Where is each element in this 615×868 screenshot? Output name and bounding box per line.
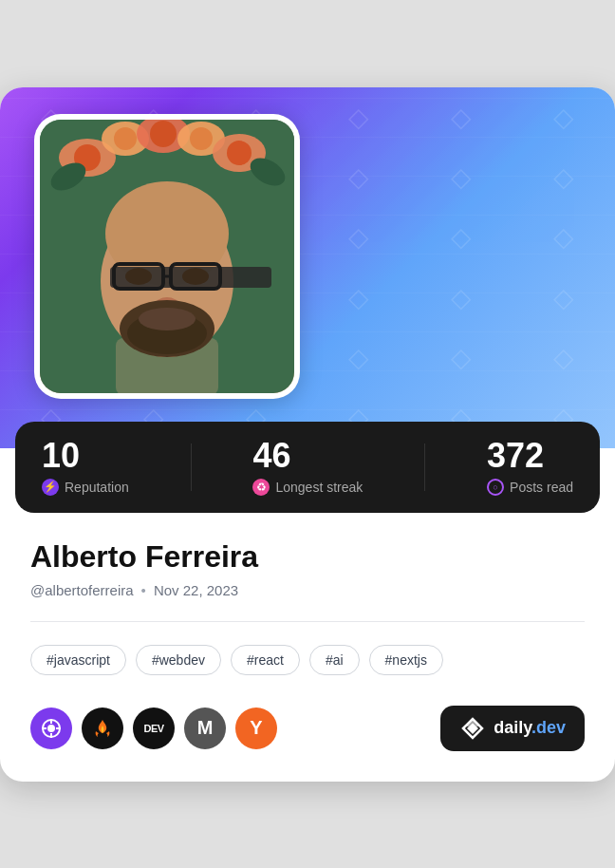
svg-point-21 <box>182 268 209 285</box>
stat-posts: 372 ○ Posts read <box>487 439 573 496</box>
streak-value: 46 <box>252 439 363 473</box>
svg-point-10 <box>227 141 252 165</box>
daily-dev-icon <box>459 715 486 742</box>
social-icon-medium[interactable]: M <box>184 708 226 749</box>
svg-point-9 <box>190 127 213 150</box>
daily-dev-suffix: .dev <box>531 718 566 737</box>
svg-point-25 <box>139 308 196 330</box>
svg-point-20 <box>125 268 152 285</box>
meta-dot: • <box>141 582 146 598</box>
posts-label: ○ Posts read <box>487 479 573 496</box>
svg-point-27 <box>47 725 55 732</box>
daily-dev-text: daily.dev <box>494 718 566 738</box>
tag-react[interactable]: #react <box>231 645 300 675</box>
streak-text: Longest streak <box>275 480 363 495</box>
reputation-icon: ⚡ <box>42 479 59 496</box>
reputation-value: 10 <box>42 439 129 473</box>
social-icon-crosshair[interactable] <box>30 708 72 749</box>
social-icon-ycombinator[interactable]: Y <box>235 708 277 749</box>
tag-webdev[interactable]: #webdev <box>136 645 221 675</box>
daily-dev-brand: daily <box>494 718 531 737</box>
profile-meta: @albertoferreira • Nov 22, 2023 <box>30 582 585 598</box>
profile-username: @albertoferreira <box>30 582 134 598</box>
divider-1 <box>191 443 192 491</box>
tag-ai[interactable]: #ai <box>309 645 360 675</box>
streak-label: ♻ Longest streak <box>252 479 363 496</box>
social-icons: DEV M Y <box>30 708 277 749</box>
profile-card: ◇◇◇◇◇◇ ◇◇◇◇◇◇ ◇◇◇◇◇◇ ◇◇◇◇◇◇ ◇◇◇◇◇◇ ◇◇◇◇◇… <box>0 87 615 782</box>
social-icon-dev[interactable]: DEV <box>133 708 175 749</box>
streak-icon: ♻ <box>252 479 270 496</box>
profile-name: Alberto Ferreira <box>30 539 585 575</box>
stats-bar: 10 ⚡ Reputation 46 ♻ Longest streak 372 … <box>15 422 600 513</box>
svg-point-8 <box>150 121 177 147</box>
daily-dev-badge[interactable]: daily.dev <box>440 706 585 751</box>
posts-value: 372 <box>487 439 573 473</box>
profile-section: Alberto Ferreira @albertoferreira • Nov … <box>0 513 615 598</box>
avatar <box>34 114 300 399</box>
tag-javascript[interactable]: #javascript <box>30 645 126 675</box>
footer-section: DEV M Y daily.dev <box>0 698 615 782</box>
reputation-text: Reputation <box>65 480 129 495</box>
svg-point-7 <box>114 127 137 150</box>
tag-nextjs[interactable]: #nextjs <box>369 645 443 675</box>
tags-section: #javascript #webdev #react #ai #nextjs <box>0 622 615 698</box>
divider-2 <box>424 443 425 491</box>
social-icon-freecodecamp[interactable] <box>82 708 123 749</box>
hero-banner: ◇◇◇◇◇◇ ◇◇◇◇◇◇ ◇◇◇◇◇◇ ◇◇◇◇◇◇ ◇◇◇◇◇◇ ◇◇◇◇◇… <box>0 87 615 448</box>
stat-streak: 46 ♻ Longest streak <box>252 439 363 496</box>
profile-joined: Nov 22, 2023 <box>154 582 238 598</box>
stat-reputation: 10 ⚡ Reputation <box>42 439 129 496</box>
reputation-label: ⚡ Reputation <box>42 479 129 496</box>
posts-text: Posts read <box>510 480 573 495</box>
posts-icon: ○ <box>487 479 504 496</box>
avatar-image <box>40 120 294 393</box>
